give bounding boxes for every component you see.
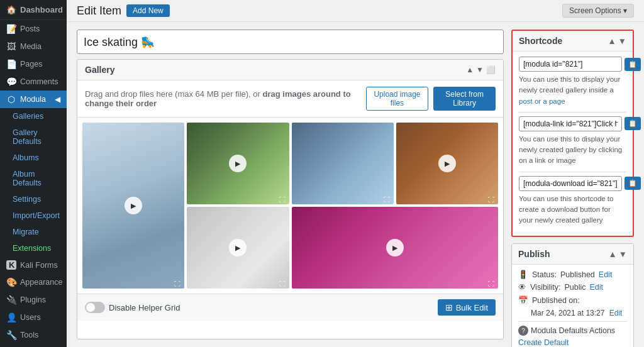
shortcode-collapse-down-btn[interactable]: ▼ (618, 36, 626, 46)
sidebar-item-label: Appearance (20, 278, 62, 287)
visibility-edit-link[interactable]: Edit (589, 283, 603, 292)
sidebar-item-label: Users (20, 313, 41, 322)
gallery-collapse-up-btn[interactable]: ▲ (466, 65, 474, 74)
gallery-action-buttons: Upload image files Select from Library (366, 87, 496, 111)
toggle-knob (86, 303, 95, 312)
create-default-link[interactable]: Create Default (518, 338, 627, 347)
posts-icon: 📝 (6, 24, 16, 34)
sidebar-dashboard-label[interactable]: Dashboard (20, 5, 63, 14)
sidebar-item-album-defaults[interactable]: Album Defaults (0, 166, 67, 191)
modula-defaults-label: Modula Defaults Actions (531, 326, 615, 335)
shortcode-copy-btn-3[interactable]: 📋 (625, 177, 641, 190)
publish-divider-1 (518, 321, 627, 322)
upload-image-files-button[interactable]: Upload image files (366, 87, 428, 111)
kali-icon: K (6, 260, 16, 270)
screen-options-button[interactable]: Screen Options ▾ (562, 4, 634, 18)
comments-icon: 💬 (6, 77, 16, 87)
gallery-drop-text: Drag and drop files here (max 64 MB per … (85, 89, 366, 108)
disable-helper-grid-toggle[interactable] (85, 302, 105, 313)
post-link[interactable]: post or a page (519, 97, 565, 105)
gallery-header: Gallery ▲ ▼ ⬜ (77, 60, 503, 80)
sidebar-item-tools[interactable]: 🔧 Tools (0, 326, 67, 344)
sidebar-item-pages[interactable]: 📄 Pages (0, 55, 67, 73)
sidebar-item-label: Pages (20, 60, 42, 69)
published-edit-link[interactable]: Edit (609, 309, 623, 317)
resize-icon-6 (488, 278, 496, 286)
sidebar-header: 🏠 Dashboard (0, 0, 67, 20)
plugins-icon: 🔌 (6, 295, 16, 305)
sidebar-header-title: 🏠 (6, 5, 16, 14)
gallery-expand-btn[interactable]: ⬜ (486, 65, 496, 74)
status-label: Status: (532, 270, 557, 279)
publish-date-row: 📅 Published on: (518, 295, 627, 305)
gallery-collapse-down-btn[interactable]: ▼ (476, 65, 484, 74)
sidebar-item-galleries[interactable]: Galleries (0, 108, 67, 124)
sidebar-item-appearance[interactable]: 🎨 Appearance (0, 273, 67, 291)
media-icon: 🖼 (6, 41, 16, 52)
resize-icon-4 (488, 194, 496, 202)
gallery-image-6[interactable]: ▶ (292, 207, 499, 289)
sidebar-item-settings2[interactable]: ⚙ Settings (0, 344, 67, 347)
shortcode-row-3: 📋 (519, 176, 626, 191)
publish-collapse-down-btn[interactable]: ▼ (619, 250, 627, 259)
sidebar-item-label: Gallery Defaults (13, 128, 60, 146)
publish-visibility-row: 👁 Visibility: Public Edit (518, 283, 627, 292)
bulk-edit-label: Bulk Edit (456, 303, 488, 312)
sidebar-item-kali-forms[interactable]: K Kali Forms (0, 256, 67, 273)
modula-defaults-section: ? Modula Defaults Actions Create Default (518, 326, 627, 347)
publish-body: 🚦 Status: Published Edit 👁 Visibility: P… (512, 265, 633, 347)
sidebar-item-label: Albums (13, 153, 39, 162)
pages-icon: 📄 (6, 59, 16, 69)
shortcode-copy-btn-2[interactable]: 📋 (625, 117, 641, 130)
shortcode-input-1[interactable] (519, 57, 622, 72)
shortcode-copy-btn-1[interactable]: 📋 (625, 58, 641, 71)
sidebar-item-extensions[interactable]: Extensions (0, 240, 67, 256)
sidebar-item-label: Comments (20, 77, 58, 86)
gallery-image-3[interactable] (292, 123, 394, 204)
sidebar-item-media[interactable]: 🖼 Media (0, 38, 67, 55)
shortcode-row-1: 📋 (519, 57, 626, 72)
sidebar-item-label: Posts (20, 25, 40, 33)
publish-collapse-up-btn[interactable]: ▲ (609, 250, 617, 259)
select-from-library-button[interactable]: Select from Library (433, 87, 496, 111)
page-title-area: Edit Item Add New (77, 4, 170, 18)
sidebar-item-users[interactable]: 👤 Users (0, 309, 67, 326)
shortcode-row-2: 📋 (519, 116, 626, 131)
sidebar-item-posts[interactable]: 📝 Posts (0, 20, 67, 38)
sidebar-item-albums[interactable]: Albums (0, 150, 67, 166)
shortcode-input-3[interactable] (519, 176, 622, 191)
sidebar-item-label: Plugins (20, 295, 46, 304)
gallery-image-2[interactable]: ▶ (187, 123, 289, 204)
status-icon: 🚦 (518, 270, 528, 279)
sidebar-item-import-export[interactable]: Import/Export (0, 207, 67, 224)
modula-defaults-title: ? Modula Defaults Actions (518, 326, 627, 336)
calendar-icon: 📅 (518, 295, 528, 305)
sidebar-item-modula[interactable]: ⬡ Modula ◀ (0, 91, 67, 108)
gallery-image-1[interactable]: ▶ (82, 123, 184, 289)
bulk-edit-button[interactable]: ⊞ Bulk Edit (438, 299, 496, 316)
shortcode-desc-2: You can use this to display your newly c… (519, 134, 626, 167)
sidebar-item-migrate[interactable]: Migrate (0, 224, 67, 240)
status-value: Published (560, 270, 595, 279)
toggle-wrap: Disable Helper Grid (85, 302, 180, 313)
sidebar-item-plugins[interactable]: 🔌 Plugins (0, 291, 67, 309)
content-area: Gallery ▲ ▼ ⬜ Drag and drop files here (… (67, 22, 644, 347)
sidebar-item-gallery-defaults[interactable]: Gallery Defaults (0, 124, 67, 150)
gallery-image-5[interactable]: ▶ (187, 207, 289, 289)
item-title-input[interactable] (77, 30, 504, 54)
sidebar-item-settings[interactable]: Settings (0, 191, 67, 207)
modula-icon: ⬡ (6, 94, 16, 104)
gallery-footer: Disable Helper Grid ⊞ Bulk Edit (77, 294, 503, 321)
status-edit-link[interactable]: Edit (599, 270, 613, 279)
play-icon-2: ▶ (229, 155, 247, 172)
sidebar-item-comments[interactable]: 💬 Comments (0, 73, 67, 91)
shortcode-collapse-up-btn[interactable]: ▲ (608, 36, 616, 46)
published-value: Mar 24, 2021 at 13:27 (531, 309, 604, 317)
add-new-button[interactable]: Add New (126, 4, 170, 17)
gallery-image-4[interactable]: ▶ (396, 123, 498, 204)
sidebar-item-label: Album Defaults (13, 170, 60, 187)
publish-status-row: 🚦 Status: Published Edit (518, 270, 627, 279)
sidebar-item-label: Kali Forms (20, 261, 58, 270)
resize-icon-2 (279, 194, 287, 202)
shortcode-input-2[interactable] (519, 116, 622, 131)
